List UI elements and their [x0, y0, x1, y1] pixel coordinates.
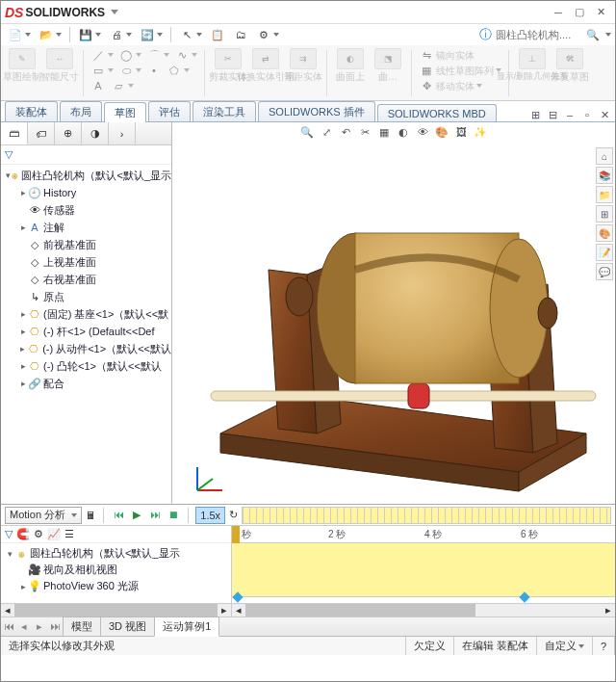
view-orient-icon[interactable]: ▦ — [376, 124, 392, 140]
mb-i3[interactable]: 📈 — [47, 528, 61, 540]
tab-render[interactable]: 渲染工具 — [192, 101, 256, 121]
task-view-icon[interactable]: ⊞ — [596, 205, 613, 223]
relations-button[interactable]: ⊥显示/删除几何关系 — [515, 47, 550, 83]
fm-tab-tree[interactable]: 🗃 — [1, 122, 28, 144]
task-lib-icon[interactable]: 📚 — [596, 167, 613, 184]
fm-filter[interactable]: ▽ — [1, 145, 171, 165]
fm-tab-more[interactable]: › — [109, 122, 136, 144]
mb-i1[interactable]: 🧲 — [16, 528, 30, 540]
loop-icon[interactable]: ↻ — [229, 509, 238, 521]
tab-nav-prev[interactable]: ◂ — [16, 620, 32, 633]
tree-part-rod[interactable]: ▸⎔(-) 杆<1> (Default<<Def — [1, 323, 171, 340]
polygon-tool[interactable]: ⬠ — [166, 63, 191, 78]
btab-3dview[interactable]: 3D 视图 — [100, 616, 155, 637]
status-custom[interactable]: 自定义 — [537, 637, 593, 655]
tab-nav-next[interactable]: ▸ — [32, 620, 47, 633]
motion-type-select[interactable]: Motion 分析 — [5, 507, 82, 524]
calc-icon[interactable]: 🖩 — [86, 510, 96, 521]
repair-sketch-button[interactable]: 🛠修复草图 — [552, 47, 587, 83]
tab-layout[interactable]: 布局 — [60, 101, 102, 121]
tab-sw-addins[interactable]: SOLIDWORKS 插件 — [258, 101, 375, 121]
convert-button[interactable]: ⇄转换实体引用 — [248, 47, 283, 83]
tree-front-plane[interactable]: ◇前视基准面 — [1, 236, 171, 253]
smart-dim-button[interactable]: ↔智能尺寸 — [42, 47, 77, 83]
mb-i4[interactable]: ☰ — [64, 528, 74, 540]
tab-close-icon[interactable]: ✕ — [598, 108, 611, 121]
sketch-button[interactable]: ✎草图绘制 — [5, 47, 39, 83]
task-forum-icon[interactable]: 💬 — [596, 263, 613, 280]
tab-opt3-icon[interactable]: – — [563, 108, 577, 121]
zoom-fit-icon[interactable]: 🔍 — [299, 124, 315, 140]
tab-evaluate[interactable]: 评估 — [148, 101, 191, 121]
close-button[interactable]: ✕ — [590, 4, 611, 21]
fm-tab-config[interactable]: ⊕ — [55, 122, 82, 144]
appearance-icon[interactable]: 🎨 — [434, 124, 449, 140]
line-tool[interactable]: ／ — [90, 47, 115, 63]
onface-button[interactable]: ◐曲面上 — [333, 47, 368, 83]
doc-name-field[interactable] — [496, 29, 582, 40]
fm-filter-icon[interactable]: ▽ — [5, 528, 13, 540]
point-tool[interactable]: • — [145, 63, 163, 78]
tree-right-plane[interactable]: ◇右视基准面 — [1, 271, 171, 288]
tree-annotations[interactable]: ▸A注解 — [1, 219, 171, 236]
pattern-button[interactable]: ▦线性草图阵列 — [418, 63, 502, 78]
motion-tree-root[interactable]: ▾⎈圆柱凸轮机构（默认<默认_显示 — [1, 545, 231, 562]
tab-opt1-icon[interactable]: ⊞ — [528, 108, 542, 121]
fm-tab-prop[interactable]: 🏷 — [28, 122, 55, 144]
tab-nav-first[interactable]: ⏮ — [1, 620, 16, 633]
tab-nav-last[interactable]: ⏭ — [47, 620, 63, 633]
tree-root[interactable]: ▾⎈圆柱凸轮机构（默认<默认_显示 — [1, 167, 171, 184]
options-button[interactable]: 🗂 — [230, 25, 251, 44]
tree-top-plane[interactable]: ◇上视基准面 — [1, 253, 171, 271]
tab-assembly[interactable]: 装配体 — [5, 101, 58, 121]
task-home-icon[interactable]: ⌂ — [596, 147, 613, 165]
status-help-icon[interactable]: ? — [593, 637, 615, 655]
tab-opt4-icon[interactable]: ▫ — [580, 108, 594, 121]
motion-scrubber[interactable] — [242, 507, 611, 524]
arc-tool[interactable]: ⌒ — [145, 47, 170, 63]
refresh-button[interactable]: 🔄 — [137, 25, 166, 44]
graphics-area[interactable]: 🔍 ⤢ ↶ ✂ ▦ ◐ 👁 🎨 🖼 ✨ — [172, 122, 615, 504]
tree-part-cam[interactable]: ▸⎔(-) 凸轮<1>（默认<<默认 — [1, 357, 171, 375]
tree-part-base[interactable]: ▸⎔(固定) 基座<1>（默认<<默 — [1, 305, 171, 323]
tree-part-follower[interactable]: ▸⎔(-) 从动件<1>（默认<<默认 — [1, 340, 171, 357]
task-prop-icon[interactable]: 📝 — [596, 244, 613, 261]
motion-left-scroll[interactable]: ◂▸ — [1, 603, 231, 616]
tree-mates[interactable]: ▸🔗配合 — [1, 375, 171, 392]
open-button[interactable]: 📂 — [36, 25, 64, 44]
mb-i2[interactable]: ⚙ — [34, 528, 43, 540]
doc-button[interactable]: 📋 — [207, 25, 228, 44]
render-icon[interactable]: ✨ — [473, 124, 488, 140]
stop-icon[interactable]: ⏹ — [166, 507, 181, 522]
search-icon[interactable]: 🔍 — [586, 29, 600, 41]
search-drop-icon[interactable] — [605, 33, 611, 37]
canvas[interactable]: ⌂ 📚 📁 ⊞ 🎨 📝 💬 — [172, 142, 615, 504]
offset-button[interactable]: ⇉等距实体 — [286, 47, 321, 83]
tree-origin[interactable]: ↳原点 — [1, 288, 171, 305]
surface-button[interactable]: ⬔曲… — [371, 47, 405, 83]
btab-motion1[interactable]: 运动算例1 — [154, 616, 219, 637]
motion-timeline-area[interactable]: 0 秒 2 秒 4 秒 6 秒 ◂▸ — [232, 526, 615, 616]
tree-history[interactable]: ▸🕘History — [1, 184, 171, 201]
tree-sensors[interactable]: 👁传感器 — [1, 201, 171, 219]
motion-tree-pv360[interactable]: ▸💡PhotoView 360 光源 — [1, 578, 231, 594]
scene-icon[interactable]: 🖼 — [453, 124, 469, 140]
motion-tree-views[interactable]: 🎥视向及相机视图 — [1, 562, 231, 578]
fm-tab-display[interactable]: ◑ — [82, 122, 109, 144]
chevron-down-icon[interactable] — [111, 10, 118, 14]
motion-right-scroll[interactable]: ◂▸ — [232, 603, 615, 616]
task-appear-icon[interactable]: 🎨 — [596, 224, 613, 242]
tab-sw-mbd[interactable]: SOLIDWORKS MBD — [377, 104, 497, 121]
speed-select[interactable]: 1.5x — [195, 507, 225, 524]
zoom-window-icon[interactable]: ⤢ — [319, 124, 334, 140]
display-style-icon[interactable]: ◐ — [396, 124, 411, 140]
tab-sketch[interactable]: 草图 — [104, 102, 146, 122]
select-button[interactable]: ↖ — [176, 25, 205, 44]
print-button[interactable]: 🖨 — [106, 25, 135, 44]
section-view-icon[interactable]: ✂ — [357, 124, 372, 140]
play-start-icon[interactable]: ⏮ — [111, 507, 126, 522]
btab-model[interactable]: 模型 — [63, 616, 101, 637]
circle-tool[interactable]: ◯ — [117, 47, 142, 63]
tab-opt2-icon[interactable]: ⊟ — [546, 108, 559, 121]
play-icon[interactable]: ▶ — [129, 508, 144, 523]
